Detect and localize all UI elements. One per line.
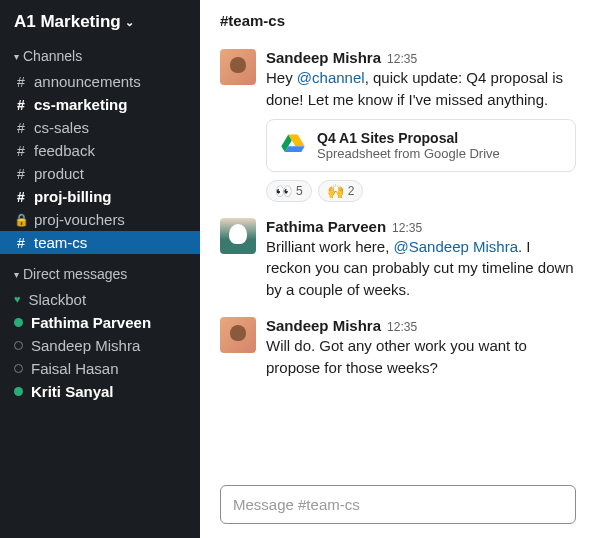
hash-icon: # bbox=[14, 74, 28, 90]
avatar[interactable] bbox=[220, 49, 256, 85]
message-time: 12:35 bbox=[387, 320, 417, 334]
channel-label: product bbox=[34, 165, 84, 182]
avatar[interactable] bbox=[220, 218, 256, 254]
channel-name: #team-cs bbox=[220, 12, 285, 29]
reaction-count: 2 bbox=[348, 184, 355, 198]
presence-offline-icon bbox=[14, 364, 23, 373]
sidebar-channel-product[interactable]: #product bbox=[0, 162, 200, 185]
mention[interactable]: @Sandeep Mishra bbox=[394, 238, 518, 255]
sidebar-dm-fathima-parveen[interactable]: Fathima Parveen bbox=[0, 311, 200, 334]
message-composer[interactable] bbox=[220, 485, 576, 524]
reactions: 👀5🙌2 bbox=[266, 180, 576, 202]
channel-label: cs-sales bbox=[34, 119, 89, 136]
message-author[interactable]: Sandeep Mishra bbox=[266, 317, 381, 334]
message-time: 12:35 bbox=[387, 52, 417, 66]
reaction-emoji: 🙌 bbox=[327, 183, 344, 199]
dm-label: Slackbot bbox=[29, 291, 87, 308]
sidebar: A1 Marketing ⌄ ▾ Channels #announcements… bbox=[0, 0, 200, 538]
google-drive-icon bbox=[279, 131, 307, 159]
dm-label: Sandeep Mishra bbox=[31, 337, 140, 354]
message-text: Brilliant work here, @Sandeep Mishra. I … bbox=[266, 236, 576, 301]
sidebar-dm-faisal-hasan[interactable]: Faisal Hasan bbox=[0, 357, 200, 380]
heart-icon: ♥ bbox=[14, 294, 21, 305]
sidebar-channel-cs-marketing[interactable]: #cs-marketing bbox=[0, 93, 200, 116]
message: Sandeep Mishra12:35Hey @channel, quick u… bbox=[220, 43, 576, 212]
presence-online-icon bbox=[14, 318, 23, 327]
dm-header-label: Direct messages bbox=[23, 266, 127, 282]
message-input[interactable] bbox=[233, 496, 563, 513]
reaction[interactable]: 🙌2 bbox=[318, 180, 364, 202]
channel-label: team-cs bbox=[34, 234, 87, 251]
caret-down-icon: ▾ bbox=[14, 269, 19, 280]
dm-list: ♥SlackbotFathima ParveenSandeep MishraFa… bbox=[0, 288, 200, 403]
message-list: Sandeep Mishra12:35Hey @channel, quick u… bbox=[200, 43, 592, 479]
channel-label: announcements bbox=[34, 73, 141, 90]
attachment-title: Q4 A1 Sites Proposal bbox=[317, 130, 500, 146]
lock-icon: 🔒 bbox=[14, 213, 28, 227]
message: Sandeep Mishra12:35Will do. Got any othe… bbox=[220, 311, 576, 389]
main-panel: #team-cs Sandeep Mishra12:35Hey @channel… bbox=[200, 0, 592, 538]
hash-icon: # bbox=[14, 97, 28, 113]
message-time: 12:35 bbox=[392, 221, 422, 235]
hash-icon: # bbox=[14, 143, 28, 159]
reaction-count: 5 bbox=[296, 184, 303, 198]
sidebar-dm-kriti-sanyal[interactable]: Kriti Sanyal bbox=[0, 380, 200, 403]
avatar[interactable] bbox=[220, 317, 256, 353]
file-attachment[interactable]: Q4 A1 Sites ProposalSpreadsheet from Goo… bbox=[266, 119, 576, 172]
mention[interactable]: @channel bbox=[297, 69, 365, 86]
channel-label: cs-marketing bbox=[34, 96, 127, 113]
reaction-emoji: 👀 bbox=[275, 183, 292, 199]
hash-icon: # bbox=[14, 166, 28, 182]
dm-section-header[interactable]: ▾ Direct messages bbox=[0, 260, 200, 288]
channel-label: proj-vouchers bbox=[34, 211, 125, 228]
sidebar-channel-proj-vouchers[interactable]: 🔒proj-vouchers bbox=[0, 208, 200, 231]
hash-icon: # bbox=[14, 235, 28, 251]
message-author[interactable]: Sandeep Mishra bbox=[266, 49, 381, 66]
workspace-name: A1 Marketing bbox=[14, 12, 121, 32]
sidebar-channel-team-cs[interactable]: #team-cs bbox=[0, 231, 200, 254]
attachment-subtitle: Spreadsheet from Google Drive bbox=[317, 146, 500, 161]
sidebar-channel-cs-sales[interactable]: #cs-sales bbox=[0, 116, 200, 139]
channels-header-label: Channels bbox=[23, 48, 82, 64]
dm-label: Faisal Hasan bbox=[31, 360, 119, 377]
channels-section-header[interactable]: ▾ Channels bbox=[0, 42, 200, 70]
reaction[interactable]: 👀5 bbox=[266, 180, 312, 202]
chevron-down-icon: ⌄ bbox=[125, 16, 134, 29]
dm-label: Fathima Parveen bbox=[31, 314, 151, 331]
dm-label: Kriti Sanyal bbox=[31, 383, 114, 400]
hash-icon: # bbox=[14, 189, 28, 205]
message-text: Hey @channel, quick update: Q4 proposal … bbox=[266, 67, 576, 111]
workspace-switcher[interactable]: A1 Marketing ⌄ bbox=[0, 0, 200, 42]
message-author[interactable]: Fathima Parveen bbox=[266, 218, 386, 235]
channel-label: feedback bbox=[34, 142, 95, 159]
sidebar-dm-sandeep-mishra[interactable]: Sandeep Mishra bbox=[0, 334, 200, 357]
presence-online-icon bbox=[14, 387, 23, 396]
presence-offline-icon bbox=[14, 341, 23, 350]
message: Fathima Parveen12:35Brilliant work here,… bbox=[220, 212, 576, 311]
hash-icon: # bbox=[14, 120, 28, 136]
sidebar-channel-feedback[interactable]: #feedback bbox=[0, 139, 200, 162]
sidebar-dm-slackbot[interactable]: ♥Slackbot bbox=[0, 288, 200, 311]
channel-label: proj-billing bbox=[34, 188, 111, 205]
caret-down-icon: ▾ bbox=[14, 51, 19, 62]
channel-list: #announcements#cs-marketing#cs-sales#fee… bbox=[0, 70, 200, 260]
message-text: Will do. Got any other work you want to … bbox=[266, 335, 576, 379]
sidebar-channel-announcements[interactable]: #announcements bbox=[0, 70, 200, 93]
sidebar-channel-proj-billing[interactable]: #proj-billing bbox=[0, 185, 200, 208]
channel-header: #team-cs bbox=[200, 0, 592, 43]
